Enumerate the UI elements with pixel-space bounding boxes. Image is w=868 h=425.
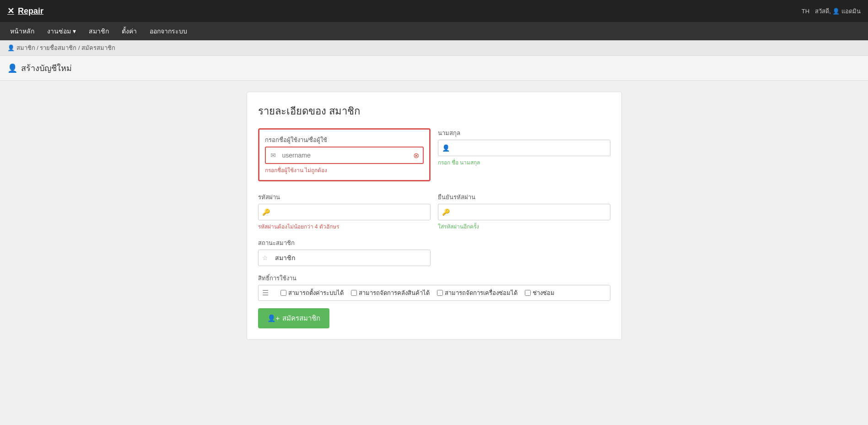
top-bar: ✕ Repair TH สวัสดี, 👤 แอดมิน <box>0 0 868 22</box>
top-bar-right: TH สวัสดี, 👤 แอดมิน <box>802 6 861 16</box>
dropdown-icon: ▾ <box>73 27 76 35</box>
username-input[interactable] <box>280 149 410 162</box>
lastname-label: นามสกุล <box>438 128 610 138</box>
status-input-wrapper: ☆ สมาชิก <box>258 250 431 266</box>
form-card: รายละเอียดของ สมาชิก กรอกชื่อผู้ใช้งาน/ช… <box>247 92 622 340</box>
confirm-password-input-wrapper: 🔑 <box>438 204 610 220</box>
breadcrumb-item-3[interactable]: สมัครสมาชิก <box>81 44 115 51</box>
perm-settings[interactable]: สามารถตั้งค่าระบบได้ <box>280 288 344 298</box>
submit-row: 👤+ สมัครสมาชิก <box>258 308 610 328</box>
perm-technician-label: ช่างซ่อม <box>533 288 555 298</box>
username-display: แอดมิน <box>841 8 861 15</box>
lastname-group: นามสกุล 👤 กรอก ชื่อ นามสกุล <box>438 128 610 185</box>
permissions-wrapper: ☰ สามารถตั้งค่าระบบได้ สามารถจัดการคลังส… <box>258 285 610 301</box>
key-icon-password: 🔑 <box>259 204 274 220</box>
password-input[interactable] <box>274 206 430 218</box>
username-error-highlight: กรอกชื่อผู้ใช้งาน/ชื่อผู้ใช้ ✉ ⊗ กรอกชื่… <box>258 128 431 181</box>
envelope-icon: ✉ <box>266 147 280 163</box>
password-group: รหัสผ่าน 🔑 รหัสผ่านต้องไม่น้อยกว่า 4 ตัว… <box>258 192 431 231</box>
perm-inventory-label: สามารถจัดการคลังสินค้าได้ <box>359 288 430 298</box>
username-error-message: กรอกชื่อผู้ใช้งาน ไม่ถูกต้อง <box>265 166 424 174</box>
form-row-2: รหัสผ่าน 🔑 รหัสผ่านต้องไม่น้อยกว่า 4 ตัว… <box>258 192 610 231</box>
clear-username-icon[interactable]: ⊗ <box>410 151 423 160</box>
list-icon: ☰ <box>262 289 273 297</box>
key-icon-confirm: 🔑 <box>438 204 453 220</box>
confirm-password-label: ยืนยันรหัสผ่าน <box>438 192 610 202</box>
app-title: Repair <box>18 6 43 16</box>
confirm-password-group: ยืนยันรหัสผ่าน 🔑 ใส่รหัสผ่านอีกครั้ง <box>438 192 610 231</box>
status-spacer <box>438 238 610 266</box>
perm-repair[interactable]: สามารถจัดการเครื่องซ่อมได้ <box>437 288 518 298</box>
user-greeting: สวัสดี, 👤 แอดมิน <box>815 6 861 16</box>
perm-technician-checkbox[interactable] <box>525 290 531 296</box>
nav-logout[interactable]: ออกจากระบบ <box>143 22 194 40</box>
lastname-input[interactable] <box>453 142 610 154</box>
nav-settings[interactable]: ตั้งค่า <box>115 22 143 40</box>
nav-work[interactable]: งานซ่อม ▾ <box>41 22 82 40</box>
page-header: 👤 สร้างบัญชีใหม่ <box>0 56 868 81</box>
form-row-3: สถานะสมาชิก ☆ สมาชิก <box>258 238 610 266</box>
user-icon-lastname: 👤 <box>438 140 453 156</box>
page-title: สร้างบัญชีใหม่ <box>21 61 72 75</box>
perm-settings-label: สามารถตั้งค่าระบบได้ <box>288 288 344 298</box>
user-icon: 👤 <box>832 8 841 15</box>
breadcrumb-icon: 👤 <box>7 44 15 51</box>
submit-button[interactable]: 👤+ สมัครสมาชิก <box>258 308 330 328</box>
app-logo[interactable]: ✕ Repair <box>7 6 43 16</box>
password-input-wrapper: 🔑 <box>258 204 431 220</box>
breadcrumb: 👤 สมาชิก / รายชื่อสมาชิก / สมัครสมาชิก <box>0 40 868 56</box>
password-label: รหัสผ่าน <box>258 192 431 202</box>
password-hint: รหัสผ่านต้องไม่น้อยกว่า 4 ตัวอักษร <box>258 222 431 231</box>
main-content: รายละเอียดของ สมาชิก กรอกชื่อผู้ใช้งาน/ช… <box>0 81 868 425</box>
perm-repair-checkbox[interactable] <box>437 290 443 296</box>
star-icon: ☆ <box>259 250 273 266</box>
status-group: สถานะสมาชิก ☆ สมาชิก <box>258 238 431 266</box>
perm-inventory-checkbox[interactable] <box>351 290 357 296</box>
lastname-input-wrapper: 👤 <box>438 140 610 156</box>
form-title: รายละเอียดของ สมาชิก <box>258 103 610 119</box>
status-label: สถานะสมาชิก <box>258 238 431 248</box>
username-input-wrapper: ✉ ⊗ <box>265 147 424 164</box>
confirm-password-input[interactable] <box>453 206 610 218</box>
perm-inventory[interactable]: สามารถจัดการคลังสินค้าได้ <box>351 288 430 298</box>
username-label: กรอกชื่อผู้ใช้งาน/ชื่อผู้ใช้ <box>265 135 424 145</box>
perm-repair-label: สามารถจัดการเครื่องซ่อมได้ <box>445 288 518 298</box>
permissions-label: สิทธิ์การใช้งาน <box>258 273 610 283</box>
submit-label: สมัครสมาชิก <box>282 313 320 324</box>
status-value: สมาชิก <box>273 250 430 266</box>
breadcrumb-item-1[interactable]: สมาชิก <box>16 44 35 51</box>
nav-bar: หน้าหลัก งานซ่อม ▾ สมาชิก ตั้งค่า ออกจาก… <box>0 22 868 40</box>
form-row-1: กรอกชื่อผู้ใช้งาน/ชื่อผู้ใช้ ✉ ⊗ กรอกชื่… <box>258 128 610 185</box>
form-row-4: สิทธิ์การใช้งาน ☰ สามารถตั้งค่าระบบได้ ส… <box>258 273 610 301</box>
perm-settings-checkbox[interactable] <box>280 290 286 296</box>
permissions-group: สิทธิ์การใช้งาน ☰ สามารถตั้งค่าระบบได้ ส… <box>258 273 610 301</box>
language-selector[interactable]: TH <box>802 8 809 15</box>
page-header-icon: 👤 <box>7 63 17 73</box>
lastname-hint: กรอก ชื่อ นามสกุล <box>438 158 610 167</box>
perm-technician[interactable]: ช่างซ่อม <box>525 288 555 298</box>
nav-member[interactable]: สมาชิก <box>82 22 115 40</box>
username-group: กรอกชื่อผู้ใช้งาน/ชื่อผู้ใช้ ✉ ⊗ กรอกชื่… <box>258 128 431 185</box>
submit-icon: 👤+ <box>267 314 280 322</box>
breadcrumb-item-2[interactable]: รายชื่อสมาชิก <box>40 44 76 51</box>
confirm-password-hint: ใส่รหัสผ่านอีกครั้ง <box>438 222 610 231</box>
logo-icon: ✕ <box>7 6 14 16</box>
nav-home[interactable]: หน้าหลัก <box>4 22 41 40</box>
